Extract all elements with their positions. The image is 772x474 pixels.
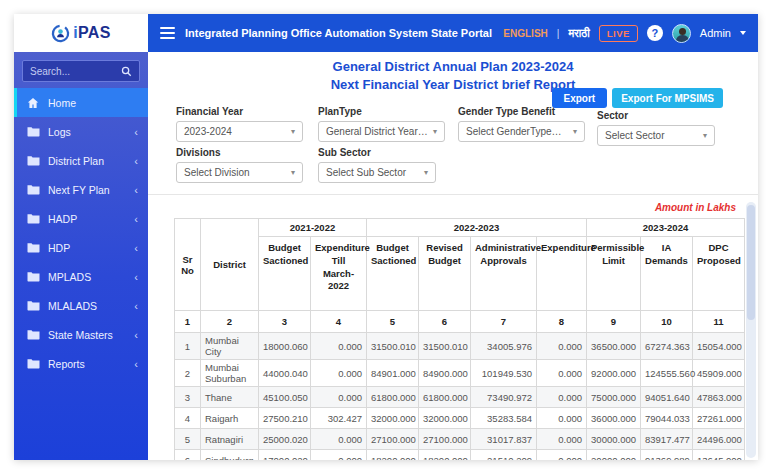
chevron-down-icon: ▾ <box>291 127 295 136</box>
cell-value: 47863.000 <box>693 387 745 408</box>
chevron-down-icon[interactable] <box>740 31 746 35</box>
cell-value: 101949.530 <box>471 360 537 387</box>
cell-value: 17000.020 <box>259 450 311 461</box>
sidebar-item-hadp[interactable]: HADP‹ <box>14 204 148 233</box>
sidebar-item-label: State Masters <box>48 329 113 341</box>
cell-value: 45909.000 <box>693 360 745 387</box>
cell-value: 67274.363 <box>641 333 693 360</box>
search-input[interactable] <box>30 66 121 77</box>
cell-value: 21510.209 <box>471 450 537 461</box>
plan-type-select[interactable]: General District Yearly Planसर्... ▾ <box>318 121 445 142</box>
scrollbar-thumb[interactable] <box>747 205 755 320</box>
sidebar-item-home[interactable]: Home <box>14 88 148 117</box>
filter-sector: Sector Select Sector ▾ <box>597 110 715 146</box>
cell-value: 44000.040 <box>259 360 311 387</box>
cell-value: 75000.000 <box>587 387 641 408</box>
cell-value: 0.000 <box>311 387 367 408</box>
filter-financial-year: Financial Year 2023-2024 ▾ <box>176 106 303 142</box>
cell-value: 18200.000 <box>367 450 419 461</box>
sidebar-item-mplads[interactable]: MPLADS‹ <box>14 262 148 291</box>
sidebar-item-next-fy-plan[interactable]: Next FY Plan‹ <box>14 175 148 204</box>
cell-value: 0.000 <box>537 408 587 429</box>
col-index: 11 <box>693 311 745 333</box>
cell-value: 91369.989 <box>641 450 693 461</box>
sidebar-item-label: HADP <box>48 213 77 225</box>
cell-sr-no: 1 <box>175 333 201 360</box>
cell-value: 31017.837 <box>471 429 537 450</box>
table-row: 5Ratnagiri25000.0200.00027100.00027100.0… <box>175 429 745 450</box>
amount-in-lakhs-note: Amount in Lakhs <box>655 202 736 213</box>
cell-value: 124555.560 <box>641 360 693 387</box>
chevron-left-icon: ‹ <box>134 271 138 283</box>
language-marathi-link[interactable]: मराठी <box>568 27 589 40</box>
sidebar-item-hdp[interactable]: HDP‹ <box>14 233 148 262</box>
brand-text: iPAS <box>73 24 110 42</box>
ipas-logo-icon <box>51 24 70 43</box>
financial-year-select[interactable]: 2023-2024 ▾ <box>176 121 303 142</box>
sector-select[interactable]: Select Sector ▾ <box>597 125 715 146</box>
sidebar-search[interactable] <box>22 60 140 82</box>
page-title: General District Annual Plan 2023-2024 <box>148 59 758 74</box>
chevron-left-icon: ‹ <box>134 300 138 312</box>
table-row: 1Mumbai City18000.0600.00031500.01031500… <box>175 333 745 360</box>
cell-value: 31500.010 <box>419 333 471 360</box>
cell-value: 25000.020 <box>259 429 311 450</box>
hamburger-menu-icon[interactable] <box>160 27 175 39</box>
export-buttons: Export Export For MPSIMS <box>552 88 723 108</box>
navbar-right: ENGLISH | मराठी LIVE ? Admin <box>503 24 746 43</box>
logo-area[interactable]: iPAS <box>14 14 148 52</box>
admin-user-label[interactable]: Admin <box>700 27 731 39</box>
chevron-left-icon: ‹ <box>134 329 138 341</box>
cell-sr-no: 3 <box>175 387 201 408</box>
cell-value: 24496.000 <box>693 429 745 450</box>
cell-value: 0.000 <box>311 450 367 461</box>
sidebar-item-reports[interactable]: Reports‹ <box>14 349 148 378</box>
sidebar-item-label: Home <box>48 97 76 109</box>
cell-value: 0.000 <box>311 429 367 450</box>
export-mpsims-button[interactable]: Export For MPSIMS <box>612 88 723 108</box>
sidebar-item-district-plan[interactable]: District Plan‹ <box>14 146 148 175</box>
col-header: IA Demands <box>641 237 693 311</box>
chevron-down-icon: ▾ <box>433 127 437 136</box>
table-row: 2Mumbai Suburban44000.0400.00084901.0008… <box>175 360 745 387</box>
chevron-down-icon: ▾ <box>703 131 707 140</box>
cell-value: 15054.000 <box>693 333 745 360</box>
sidebar-item-logs[interactable]: Logs‹ <box>14 117 148 146</box>
divisions-select[interactable]: Select Division ▾ <box>176 162 303 183</box>
chevron-left-icon: ‹ <box>134 126 138 138</box>
cell-value: 30000.000 <box>587 429 641 450</box>
year-group-2022-2023: 2022-2023 <box>367 219 587 237</box>
home-icon <box>27 97 40 109</box>
sub-sector-select[interactable]: Select Sub Sector ▾ <box>318 162 436 183</box>
search-icon[interactable] <box>121 66 132 77</box>
help-icon[interactable]: ? <box>647 25 663 41</box>
table-row: 4Raigarh27500.210302.42732000.00032000.0… <box>175 408 745 429</box>
chevron-left-icon: ‹ <box>134 155 138 167</box>
cell-sr-no: 4 <box>175 408 201 429</box>
col-index: 5 <box>367 311 419 333</box>
sidebar-item-mlalads[interactable]: MLALADS‹ <box>14 291 148 320</box>
chevron-down-icon: ▾ <box>291 168 295 177</box>
avatar[interactable] <box>672 24 691 43</box>
language-english-link[interactable]: ENGLISH <box>503 28 547 39</box>
cell-value: 36500.000 <box>587 333 641 360</box>
cell-sr-no: 6 <box>175 450 201 461</box>
sidebar-item-state-masters[interactable]: State Masters‹ <box>14 320 148 349</box>
column-index-row: 1234567891011 <box>175 311 745 333</box>
folder-icon <box>27 155 40 166</box>
cell-sr-no: 2 <box>175 360 201 387</box>
portal-title: Integrated Planning Office Automation Sy… <box>185 27 492 39</box>
col-header: Budget Sactioned <box>367 237 419 311</box>
cell-value: 20000.000 <box>587 450 641 461</box>
chevron-down-icon: ▾ <box>573 127 577 136</box>
gender-type-benefit-select[interactable]: Select GenderTypeBenefit ▾ <box>458 121 585 142</box>
cell-value: 84901.000 <box>367 360 419 387</box>
export-button[interactable]: Export <box>552 88 608 108</box>
table-scrollbar[interactable] <box>746 202 756 458</box>
year-group-2023-2024: 2023-2024 <box>587 219 745 237</box>
sidebar-item-label: HDP <box>48 242 70 254</box>
cell-value: 36000.000 <box>587 408 641 429</box>
live-badge[interactable]: LIVE <box>599 25 638 42</box>
cell-value: 94051.640 <box>641 387 693 408</box>
top-bar: iPAS Integrated Planning Office Automati… <box>14 14 758 52</box>
